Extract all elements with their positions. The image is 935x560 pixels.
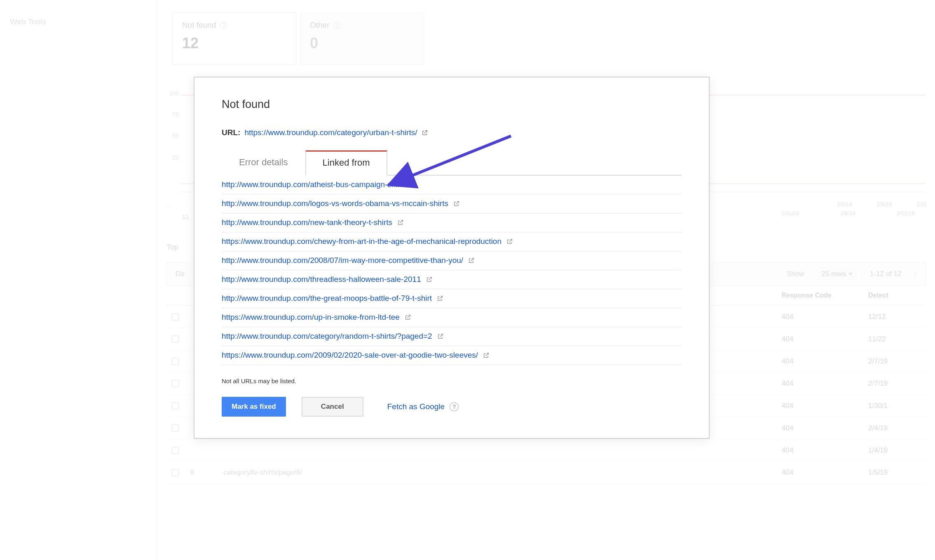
error-detail-modal: Not found URL: https://www.troundup.com/…	[194, 77, 710, 439]
section-top-label: Top	[166, 243, 178, 252]
download-button[interactable]: Do	[176, 270, 185, 278]
page-range: 1-12 of 12	[870, 270, 902, 278]
external-link-icon[interactable]	[407, 181, 414, 188]
row-code: 404	[782, 402, 868, 410]
modal-title: Not found	[222, 98, 682, 111]
fetch-label: Fetch as Google	[387, 402, 445, 411]
row-code: 404	[782, 357, 868, 366]
chart-y-axis: 100 75 50 25	[166, 90, 179, 161]
external-link-icon[interactable]	[422, 129, 428, 136]
linked-from-url[interactable]: https://www.troundup.com/chewy-from-art-…	[222, 237, 501, 246]
linked-from-url[interactable]: http://www.troundup.com/atheist-bus-camp…	[222, 180, 402, 189]
row-detected: 1/30/1	[868, 402, 926, 410]
row-code: 404	[782, 335, 868, 343]
linked-from-url[interactable]: http://www.troundup.com/threadless-hallo…	[222, 275, 421, 284]
linked-from-row: http://www.troundup.com/logos-vs-words-o…	[222, 194, 682, 213]
x-tick: 2/9/19	[877, 201, 892, 207]
row-code: 404	[782, 469, 868, 477]
x-tick: 2/15	[916, 201, 927, 207]
external-link-icon[interactable]	[405, 314, 411, 321]
external-link-icon[interactable]	[437, 295, 443, 302]
note-text: Not all URLs may be listed.	[222, 377, 682, 384]
help-icon[interactable]: ?	[334, 21, 341, 29]
row-detected: 11/22	[868, 335, 926, 343]
table-row[interactable]: 4041/4/19	[166, 439, 926, 462]
y-tick: 100	[166, 90, 179, 96]
external-link-icon[interactable]	[483, 352, 490, 358]
x-tick: 2/3/19	[837, 201, 852, 207]
x-tick: 2/6/19	[840, 210, 855, 216]
mark-as-fixed-button[interactable]: Mark as fixed	[222, 397, 286, 417]
tab-error-details[interactable]: Error details	[222, 150, 305, 176]
row-detected: 2/7/19	[868, 380, 926, 388]
sidebar-webtools-label[interactable]: Web Tools	[10, 17, 46, 26]
row-url[interactable]: category/tv-shirts/page/6/	[223, 469, 782, 477]
tab-linked-from[interactable]: Linked from	[305, 150, 387, 176]
linked-from-row: http://www.troundup.com/atheist-bus-camp…	[222, 176, 682, 194]
row-detected: 1/4/19	[868, 446, 926, 455]
row-checkbox[interactable]	[171, 313, 179, 321]
linked-from-row: https://www.troundup.com/2009/02/2020-sa…	[222, 346, 682, 365]
linked-from-row: https://www.troundup.com/up-in-smoke-fro…	[222, 308, 682, 327]
row-checkbox[interactable]	[171, 424, 179, 432]
card-other-title: Other	[310, 21, 330, 30]
external-link-icon[interactable]	[426, 276, 433, 283]
row-detected: 2/7/19	[868, 357, 926, 366]
col-detected[interactable]: Detect	[868, 292, 926, 299]
fetch-as-google-link[interactable]: Fetch as Google ?	[387, 402, 459, 411]
page-prev[interactable]: ‹	[914, 269, 917, 279]
table-row[interactable]: 8category/tv-shirts/page/6/4041/5/19	[166, 462, 926, 484]
y-tick: 75	[166, 111, 179, 118]
linked-from-row: http://www.troundup.com/threadless-hallo…	[222, 270, 682, 289]
external-link-icon[interactable]	[453, 200, 460, 207]
card-other-count: 0	[310, 35, 415, 52]
url-value-link[interactable]: https://www.troundup.com/category/urban-…	[244, 128, 417, 137]
y-tick: 25	[166, 154, 179, 161]
row-checkbox[interactable]	[171, 335, 179, 343]
external-link-icon[interactable]	[397, 219, 404, 226]
row-code: 404	[782, 446, 868, 455]
rows-select-value: 25 rows	[822, 270, 846, 278]
col-response-code[interactable]: Response Code	[782, 292, 868, 299]
modal-tabs: Error details Linked from	[222, 150, 682, 176]
cancel-button[interactable]: Cancel	[302, 397, 363, 417]
linked-from-row: http://www.troundup.com/2008/07/im-way-m…	[222, 251, 682, 270]
linked-from-url[interactable]: https://www.troundup.com/up-in-smoke-fro…	[222, 313, 400, 322]
chevron-down-icon	[848, 273, 853, 275]
y-tick: 50	[166, 133, 179, 139]
linked-from-url[interactable]: https://www.troundup.com/2009/02/2020-sa…	[222, 351, 478, 360]
row-detected: 12/12	[868, 313, 926, 321]
card-not-found-title: Not found	[182, 21, 216, 30]
help-icon[interactable]: ?	[220, 21, 227, 29]
row-detected: 1/5/19	[868, 469, 926, 477]
linked-from-row: http://www.troundup.com/the-great-moops-…	[222, 289, 682, 308]
linked-from-row: http://www.troundup.com/category/random-…	[222, 327, 682, 346]
external-link-icon[interactable]	[506, 238, 513, 245]
linked-from-url[interactable]: http://www.troundup.com/2008/07/im-way-m…	[222, 256, 463, 265]
row-code: 404	[782, 424, 868, 432]
row-checkbox[interactable]	[171, 402, 179, 410]
linked-from-url[interactable]: http://www.troundup.com/logos-vs-words-o…	[222, 199, 448, 208]
row-checkbox[interactable]	[171, 358, 179, 365]
card-not-found-count: 12	[182, 35, 287, 52]
row-code: 404	[782, 313, 868, 321]
row-checkbox[interactable]	[171, 447, 179, 454]
row-checkbox[interactable]	[171, 469, 179, 476]
linked-from-url[interactable]: http://www.troundup.com/the-great-moops-…	[222, 294, 432, 303]
card-other[interactable]: Other ? 0	[300, 12, 424, 65]
card-not-found[interactable]: Not found ? 12	[172, 12, 297, 65]
linked-from-row: http://www.troundup.com/new-tank-theory-…	[222, 213, 682, 232]
rows-per-page-select[interactable]: 25 rows	[817, 267, 858, 281]
x-tick: 2/12/19	[897, 210, 914, 216]
x-tick: 1/31/19	[781, 210, 799, 216]
row-detected: 2/4/19	[868, 424, 926, 432]
row-priority: 8	[190, 469, 223, 477]
help-icon[interactable]: ?	[450, 402, 459, 411]
linked-from-url[interactable]: http://www.troundup.com/category/random-…	[222, 332, 432, 341]
url-label: URL:	[222, 128, 240, 137]
external-link-icon[interactable]	[468, 257, 475, 264]
external-link-icon[interactable]	[437, 333, 444, 340]
linked-from-url[interactable]: http://www.troundup.com/new-tank-theory-…	[222, 218, 392, 227]
row-code: 404	[782, 380, 868, 388]
row-checkbox[interactable]	[171, 380, 179, 387]
